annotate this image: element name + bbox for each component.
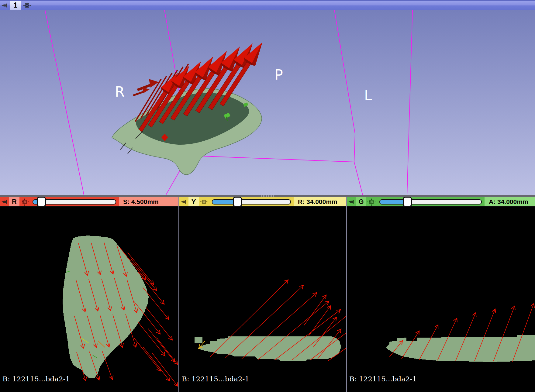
view-options-icon[interactable] [22, 2, 32, 9]
pin-icon[interactable] [347, 198, 356, 205]
3d-view-badge: 1 [10, 1, 21, 10]
red-slice-letter-badge[interactable]: R [9, 197, 19, 206]
view-options-icon-glyph [23, 2, 31, 9]
green-slice-letter-badge[interactable]: G [356, 197, 366, 206]
slicer-window: 1 [0, 0, 535, 392]
slice-visibility-icon[interactable] [19, 198, 30, 206]
slider-handle[interactable] [37, 197, 46, 207]
yellow-slice-offset-label: R: 34.000mm [294, 197, 346, 206]
slider-handle[interactable] [403, 197, 412, 207]
slice-visibility-icon[interactable] [366, 198, 377, 206]
green-slice-offset-label: A: 34.000mm [485, 197, 535, 206]
red-slice-controls: R S: 4.500mm [0, 197, 178, 207]
segment-region [63, 236, 149, 378]
3d-viewport[interactable]: P [0, 10, 535, 195]
red-slice-viewport[interactable]: B: 122115...bda2-1 [0, 207, 178, 392]
background-volume-label: B: 122115...bda2-1 [182, 375, 249, 383]
red-slice-offset-slider[interactable] [33, 199, 116, 205]
slice-view-row: R S: 4.500mm [0, 197, 535, 392]
yellow-slice-panel: Y R: 34.000mm [179, 197, 346, 392]
slider-handle[interactable] [233, 197, 242, 207]
background-volume-label: B: 122115...bda2-1 [349, 375, 417, 383]
background-volume-label: B: 122115...bda2-1 [2, 375, 70, 383]
orientation-label-left: L [364, 87, 372, 104]
yellow-slice-controls: Y R: 34.000mm [179, 197, 346, 207]
pin-icon-glyph [1, 2, 8, 9]
3d-background [0, 10, 535, 195]
pin-icon[interactable] [179, 198, 188, 205]
view-splitter[interactable] [0, 195, 535, 197]
green-slice-viewport[interactable]: B: 122115...bda2-1 [347, 207, 535, 392]
slice-visibility-icon[interactable] [199, 198, 209, 206]
green-slice-controls: G A: 34.000mm [347, 197, 535, 207]
yellow-slice-letter-badge[interactable]: Y [188, 197, 199, 206]
yellow-slice-viewport[interactable]: B: 122115...bda2-1 [179, 207, 346, 392]
orientation-label-right: R [115, 84, 125, 100]
red-slice-offset-label: S: 4.500mm [119, 197, 178, 206]
green-slice-panel: G A: 34.000mm [347, 197, 535, 392]
orientation-label-posterior: P [274, 67, 283, 83]
segment-region [195, 336, 341, 361]
yellow-slice-offset-slider[interactable] [212, 199, 291, 205]
3d-view-toolbar: 1 [0, 0, 535, 10]
pin-icon[interactable] [0, 2, 9, 9]
red-slice-panel: R S: 4.500mm [0, 197, 178, 392]
pin-icon[interactable] [0, 198, 9, 205]
green-slice-offset-slider[interactable] [379, 199, 482, 205]
splitter-dot [261, 195, 262, 197]
